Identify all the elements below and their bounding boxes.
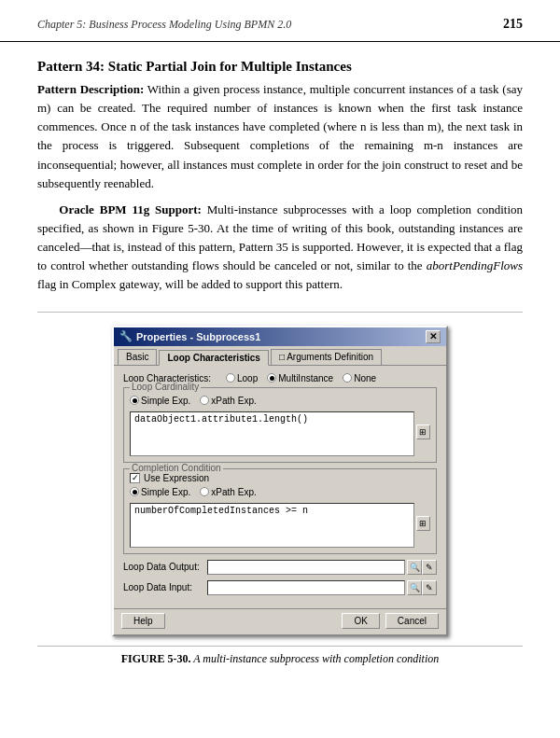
cardinality-expand-btn[interactable]: ⊞ (416, 425, 430, 439)
cardinality-radios[interactable]: Simple Exp. xPath Exp. (130, 396, 430, 406)
figure-caption: FIGURE 5-30. A multi-instance subprocess… (37, 646, 523, 666)
tab-arguments-definition[interactable]: □ Arguments Definition (271, 349, 382, 365)
properties-dialog[interactable]: 🔧 Properties - Subprocess1 ✕ Basic Loop … (112, 326, 448, 636)
radio-multiinstance[interactable]: MultiInstance (267, 373, 333, 383)
loop-data-input-row: Loop Data Input: 🔍 ✎ (123, 580, 437, 595)
radio-simple-exp-card-label: Simple Exp. (141, 396, 190, 406)
loop-data-input-label: Loop Data Input: (123, 582, 207, 592)
cardinality-textarea[interactable]: dataObject1.attribute1.length() (130, 411, 414, 456)
tab-basic[interactable]: Basic (118, 349, 157, 365)
help-button[interactable]: Help (121, 613, 165, 629)
dialog-footer: Help OK Cancel (114, 608, 446, 634)
loop-data-output-search-btn[interactable]: 🔍 (407, 560, 422, 575)
cardinality-field-with-btn: dataObject1.attribute1.length() ⊞ (130, 409, 430, 456)
tab-loop-characteristics[interactable]: Loop Characteristics (159, 350, 268, 366)
use-expression-checkbox[interactable]: ✓ (130, 473, 140, 483)
radio-simple-exp-cond[interactable]: Simple Exp. (130, 487, 190, 497)
figure-caption-text: A multi-instance subprocess with complet… (190, 652, 439, 665)
header-page: 215 (503, 17, 523, 32)
loop-data-input-search-btn[interactable]: 🔍 (407, 580, 422, 595)
radio-loop-circle[interactable] (226, 373, 235, 383)
pattern-description: Pattern Description: Within a given proc… (37, 80, 523, 193)
loop-char-options[interactable]: Loop MultiInstance None (226, 373, 376, 383)
oracle-support: Oracle BPM 11g Support: Multi-instance s… (37, 201, 523, 295)
figure-container: 🔧 Properties - Subprocess1 ✕ Basic Loop … (37, 312, 523, 636)
oracle-label: Oracle BPM 11g Support: (59, 202, 202, 216)
loop-data-output-edit-btn[interactable]: ✎ (422, 560, 437, 575)
completion-condition-label: Completion Condition (130, 463, 223, 473)
radio-none-label: None (354, 373, 376, 383)
titlebar-title: 🔧 Properties - Subprocess1 (119, 330, 260, 342)
loop-data-output-label: Loop Data Output: (123, 562, 207, 572)
completion-field-with-btn: numberOfCompletedInstances >= n ⊞ (130, 500, 430, 548)
radio-simple-exp-cond-label: Simple Exp. (141, 487, 190, 497)
figure-section: 🔧 Properties - Subprocess1 ✕ Basic Loop … (37, 312, 523, 666)
radio-simple-exp-card[interactable]: Simple Exp. (130, 396, 190, 406)
radio-multiinstance-circle[interactable] (267, 373, 276, 383)
dialog-tabs[interactable]: Basic Loop Characteristics □ Arguments D… (114, 346, 446, 366)
loop-data-input-input[interactable] (207, 580, 405, 595)
radio-simple-exp-cond-circle[interactable] (130, 487, 139, 496)
radio-loop[interactable]: Loop (226, 373, 258, 383)
pattern-title: Pattern 34: Static Partial Join for Mult… (37, 59, 523, 75)
loop-data-output-row: Loop Data Output: 🔍 ✎ (123, 560, 437, 575)
radio-xpath-exp-card[interactable]: xPath Exp. (200, 396, 256, 406)
ok-cancel-group: OK Cancel (342, 613, 439, 629)
ok-button[interactable]: OK (342, 613, 379, 629)
title-icon: 🔧 (119, 330, 133, 342)
dialog-title: Properties - Subprocess1 (136, 331, 260, 342)
radio-loop-label: Loop (237, 373, 258, 383)
loop-data-output-input[interactable] (207, 560, 405, 575)
dialog-body: Loop Characteristics: Loop MultiInstance (114, 366, 446, 608)
radio-xpath-exp-cond-label: xPath Exp. (211, 487, 256, 497)
radio-none-circle[interactable] (343, 373, 352, 383)
use-expression-row[interactable]: ✓ Use Expression (130, 473, 430, 483)
radio-xpath-exp-cond-circle[interactable] (200, 487, 209, 496)
use-expression-label: Use Expression (144, 473, 209, 483)
desc-label: Pattern Description: (37, 82, 144, 96)
radio-multiinstance-label: MultiInstance (278, 373, 333, 383)
completion-textarea[interactable]: numberOfCompletedInstances >= n (130, 503, 414, 548)
radio-xpath-exp-cond[interactable]: xPath Exp. (200, 487, 256, 497)
loop-cardinality-group: Loop Cardinality Simple Exp. xPath Exp. (123, 387, 437, 463)
page-content: Pattern 34: Static Partial Join for Mult… (0, 42, 560, 685)
radio-xpath-exp-card-circle[interactable] (200, 396, 209, 405)
dialog-titlebar: 🔧 Properties - Subprocess1 ✕ (114, 327, 446, 346)
loop-data-input-edit-btn[interactable]: ✎ (422, 580, 437, 595)
radio-xpath-exp-card-label: xPath Exp. (211, 396, 256, 406)
close-button[interactable]: ✕ (426, 330, 441, 343)
loop-cardinality-label: Loop Cardinality (130, 382, 201, 392)
completion-expand-btn[interactable]: ⊞ (416, 516, 430, 531)
cancel-button[interactable]: Cancel (385, 613, 439, 629)
header-chapter: Chapter 5: Business Process Modeling Usi… (37, 18, 291, 32)
completion-condition-group: Completion Condition ✓ Use Expression Si… (123, 468, 437, 554)
desc-text: Within a given process instance, multipl… (37, 82, 523, 190)
radio-simple-exp-card-circle[interactable] (130, 396, 139, 405)
figure-caption-bold: FIGURE 5-30. (121, 652, 191, 665)
completion-radios[interactable]: Simple Exp. xPath Exp. (130, 487, 430, 497)
page-header: Chapter 5: Business Process Modeling Usi… (0, 0, 560, 42)
radio-none[interactable]: None (343, 373, 376, 383)
